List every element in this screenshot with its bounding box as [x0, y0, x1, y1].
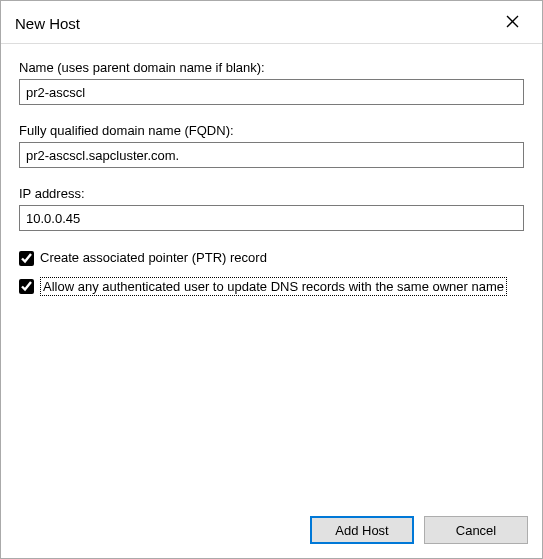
- button-bar: Add Host Cancel: [1, 506, 542, 558]
- ptr-checkbox-label[interactable]: Create associated pointer (PTR) record: [40, 249, 267, 267]
- dialog-title: New Host: [15, 15, 80, 32]
- ip-input[interactable]: [19, 205, 524, 231]
- fqdn-input: [19, 142, 524, 168]
- close-icon: [506, 15, 519, 31]
- cancel-button[interactable]: Cancel: [424, 516, 528, 544]
- ip-label: IP address:: [19, 186, 524, 201]
- name-input[interactable]: [19, 79, 524, 105]
- add-host-button[interactable]: Add Host: [310, 516, 414, 544]
- ptr-checkbox[interactable]: [19, 251, 34, 266]
- ptr-checkbox-row: Create associated pointer (PTR) record: [19, 249, 524, 267]
- titlebar: New Host: [1, 1, 542, 44]
- ip-field-group: IP address:: [19, 186, 524, 231]
- dialog-content: Name (uses parent domain name if blank):…: [1, 44, 542, 506]
- new-host-dialog: New Host Name (uses parent domain name i…: [0, 0, 543, 559]
- allow-update-checkbox[interactable]: [19, 279, 34, 294]
- name-field-group: Name (uses parent domain name if blank):: [19, 60, 524, 105]
- name-label: Name (uses parent domain name if blank):: [19, 60, 524, 75]
- allow-update-checkbox-row: Allow any authenticated user to update D…: [19, 277, 524, 297]
- fqdn-label: Fully qualified domain name (FQDN):: [19, 123, 524, 138]
- close-button[interactable]: [492, 9, 532, 37]
- allow-update-checkbox-label[interactable]: Allow any authenticated user to update D…: [40, 277, 507, 297]
- fqdn-field-group: Fully qualified domain name (FQDN):: [19, 123, 524, 168]
